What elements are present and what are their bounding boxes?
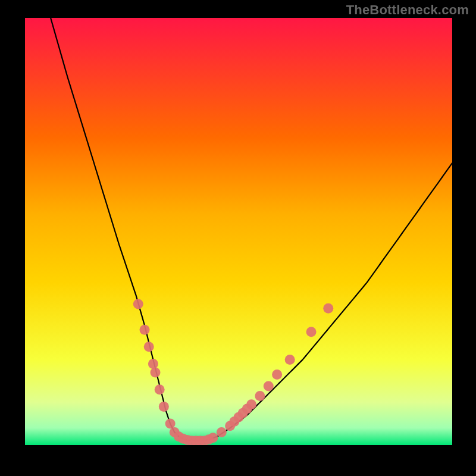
- data-marker: [150, 367, 160, 377]
- data-marker: [264, 381, 274, 391]
- data-marker: [144, 342, 154, 352]
- chart-stage: TheBottleneck.com: [0, 0, 476, 476]
- plot-area: [25, 18, 452, 445]
- data-marker: [255, 391, 265, 401]
- data-marker: [323, 303, 333, 314]
- data-marker: [272, 369, 282, 380]
- data-marker: [246, 399, 256, 409]
- data-marker: [208, 433, 218, 443]
- data-marker: [159, 402, 169, 412]
- data-marker: [133, 299, 143, 309]
- data-marker: [217, 427, 227, 437]
- data-marker: [306, 327, 317, 337]
- data-marker: [155, 384, 165, 394]
- gradient-background: [25, 18, 452, 445]
- data-marker: [140, 325, 150, 335]
- data-marker: [285, 355, 295, 365]
- plot-svg: [25, 18, 452, 445]
- data-marker: [148, 359, 158, 369]
- watermark-text: TheBottleneck.com: [346, 2, 469, 18]
